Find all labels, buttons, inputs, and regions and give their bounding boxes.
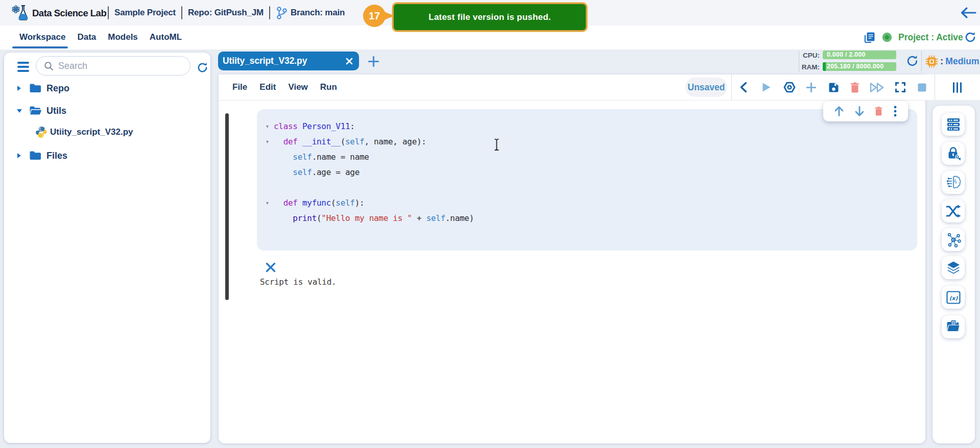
code-line[interactable]: ▾ def myfunc(self): (266, 195, 917, 210)
cpu-usage-value: 0.000 / 2.000 (827, 51, 866, 58)
fold-caret-icon[interactable]: ▾ (266, 123, 274, 129)
code-text: print("Hello my name is " + self.name) (274, 213, 474, 223)
arrow-up-icon[interactable] (834, 106, 844, 116)
code-line[interactable]: self.age = age (266, 164, 917, 180)
chevron-left-icon[interactable] (734, 74, 752, 100)
machine-colon: : (940, 56, 943, 67)
caret-right-icon[interactable] (16, 153, 22, 159)
branch-label: Branch: main (291, 8, 345, 18)
folder-icon (29, 83, 42, 93)
project-status-area: Project : Active (863, 26, 963, 49)
trash-icon[interactable] (875, 107, 882, 116)
menu-icon[interactable] (17, 62, 29, 72)
brand: Data Science Lab (11, 4, 106, 22)
refresh-icon[interactable] (964, 31, 976, 43)
project-status-label: Project : Active (898, 32, 963, 43)
save-status-badge: Unsaved (685, 78, 727, 97)
search-input[interactable]: Search (36, 56, 190, 76)
code-cell[interactable]: ▾class Person_V11:▾ def __init__(self, n… (257, 109, 917, 251)
tree-item-python-file[interactable]: Utiity_script_V32.py (35, 126, 133, 138)
python-file-icon (35, 126, 48, 139)
back-arrow-icon[interactable] (960, 7, 976, 21)
search-icon (44, 61, 54, 71)
plus-icon[interactable] (802, 74, 820, 100)
kebab-menu-icon[interactable] (894, 106, 897, 117)
active-tab-underline (12, 46, 68, 48)
refresh-resources-icon[interactable] (906, 55, 919, 69)
tree-item-utils[interactable]: Utils (16, 105, 67, 117)
tree-item-files[interactable]: Files (16, 150, 68, 162)
tree-item-repo[interactable]: Repo (16, 82, 70, 94)
divider (799, 51, 799, 71)
shuffle-icon[interactable] (942, 200, 965, 222)
build-icon[interactable] (780, 74, 799, 100)
code-line[interactable]: ▾ def __init__(self, name, age): (266, 134, 917, 149)
step-badge-tail (382, 11, 394, 21)
tree-item-label: Files (46, 151, 67, 161)
code-text: self.name = name (274, 152, 369, 162)
project-folder-icon[interactable] (942, 315, 965, 338)
search-placeholder: Search (58, 61, 87, 71)
ram-usage-fill (823, 62, 826, 71)
chip-icon (925, 55, 938, 68)
fast-forward-icon[interactable] (868, 74, 887, 100)
dataset-icon[interactable] (942, 113, 965, 136)
folder-icon (29, 151, 42, 161)
documents-icon[interactable] (863, 31, 876, 44)
repo-label: Repo: GitPush_JM (188, 8, 264, 18)
refresh-icon[interactable] (197, 62, 208, 76)
folder-open-icon (29, 106, 42, 116)
code-line[interactable]: print("Hello my name is " + self.name) (266, 210, 917, 226)
network-graph-icon[interactable] (942, 228, 965, 251)
cpu-usage-bar: 0.000 / 2.000 (823, 51, 896, 59)
stop-icon[interactable] (913, 74, 931, 100)
app-logo-flask-icon (11, 4, 30, 23)
tab-data[interactable]: Data (77, 32, 96, 42)
open-file-tab[interactable]: Utiity_script_V32.py (218, 52, 359, 70)
status-dot-icon (882, 32, 892, 42)
menu-edit[interactable]: Edit (259, 82, 276, 92)
new-tab-button[interactable] (366, 54, 381, 69)
caret-right-icon[interactable] (16, 85, 22, 91)
open-file-tab-label: Utiity_script_V32.py (223, 56, 346, 66)
tree-item-label: Utiity_script_V32.py (50, 127, 133, 137)
code-text: def myfunc(self): (274, 198, 364, 208)
close-tab-icon[interactable] (346, 58, 353, 65)
trash-icon[interactable] (846, 74, 864, 100)
column-layout-icon[interactable] (948, 74, 966, 100)
cell-drag-handle[interactable] (225, 113, 229, 300)
menu-run[interactable]: Run (320, 82, 337, 92)
output-close-icon[interactable] (266, 262, 276, 275)
tab-workspace[interactable]: Workspace (19, 32, 65, 42)
play-icon[interactable] (757, 74, 776, 100)
caret-down-icon[interactable] (16, 109, 22, 113)
divider (108, 6, 109, 19)
ram-usage-value: 205.180 / 8000.000 (827, 63, 883, 70)
code-line[interactable] (266, 180, 917, 195)
toast-notification: Latest file version is pushed. (392, 3, 587, 32)
code-line[interactable]: ▾class Person_V11: (266, 118, 917, 134)
layers-icon[interactable] (942, 256, 965, 279)
save-icon[interactable] (824, 74, 843, 100)
divider (731, 74, 732, 100)
fold-caret-icon[interactable]: ▾ (266, 200, 274, 206)
ram-label: RAM: (801, 63, 820, 71)
menu-file[interactable]: File (232, 82, 247, 92)
editor-menubar: File Edit View Run (232, 74, 337, 100)
breadcrumb: Sample Project Repo: GitPush_JM Branch: … (108, 0, 345, 26)
cell-toolbar (823, 101, 908, 121)
code-line[interactable]: self.name = name (266, 149, 917, 164)
editor-toolbar: File Edit View Run Unsaved (219, 74, 980, 101)
function-window-icon[interactable]: (x) (942, 286, 965, 309)
menu-view[interactable]: View (288, 82, 307, 92)
ml-brain-icon[interactable] (942, 171, 965, 194)
arrow-down-icon[interactable] (855, 106, 864, 116)
fold-caret-icon[interactable]: ▾ (266, 139, 274, 144)
svg-text:(x): (x) (949, 294, 958, 301)
tab-automl[interactable]: AutoML (150, 32, 182, 42)
tab-models[interactable]: Models (108, 32, 138, 42)
fullscreen-icon[interactable] (891, 74, 910, 100)
lock-key-icon[interactable] (942, 142, 965, 165)
app-title: Data Science Lab (32, 8, 106, 19)
code-text: self.age = age (274, 167, 360, 177)
